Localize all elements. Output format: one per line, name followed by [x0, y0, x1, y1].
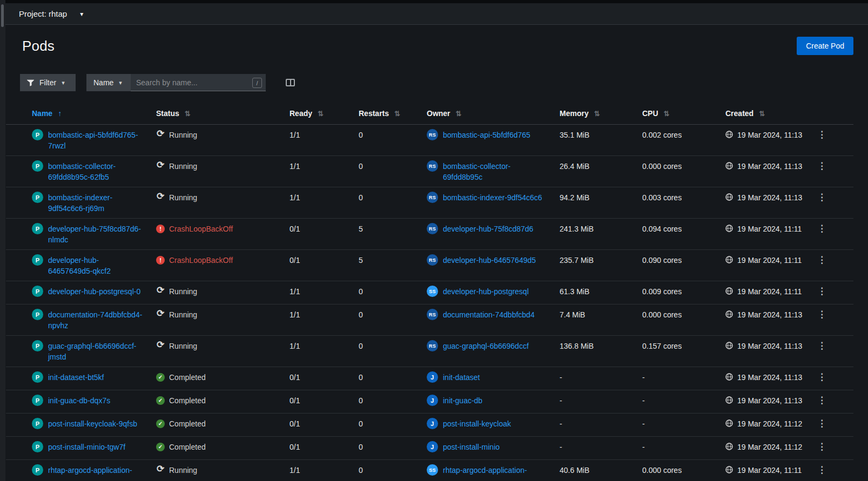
pod-name-link[interactable]: bombastic-collector-69fdd8b95c-62fb5 [48, 161, 143, 182]
owner-link[interactable]: developer-hub-postgresql [443, 286, 547, 297]
kebab-menu-button[interactable]: ⋮ [804, 130, 832, 140]
pod-restart-count: 0 [359, 418, 427, 429]
kebab-menu-button[interactable]: ⋮ [804, 287, 832, 296]
owner-link[interactable]: documentation-74dbbfcbd4 [443, 309, 547, 320]
sort-icon: ⇅ [185, 110, 191, 118]
pod-ready-count: 0/1 [290, 372, 359, 383]
table-row: P post-install-minio-tgw7f ✓ Completed 0… [6, 437, 853, 460]
pod-name-link[interactable]: developer-hub-75f8cd87d6-nlmdc [48, 223, 143, 245]
pod-status-text: Running [169, 130, 197, 140]
owner-link[interactable]: developer-hub-75f8cd87d6 [443, 223, 547, 234]
pod-memory: - [560, 372, 642, 383]
create-pod-button[interactable]: Create Pod [797, 37, 853, 55]
pod-restart-count: 0 [359, 192, 427, 203]
pod-status-icon: ⟳ [156, 309, 165, 318]
sort-icon: ⇅ [394, 110, 400, 118]
created-timestamp: 19 Mar 2024, 11:13 [737, 192, 802, 203]
owner-link[interactable]: developer-hub-64657649d5 [443, 255, 547, 266]
owner-link[interactable]: bombastic-collector-69fdd8b95c [443, 161, 547, 182]
filter-toolbar: Filter ▾ Name ▾ / [20, 74, 853, 91]
created-timestamp: 19 Mar 2024, 11:11 [737, 255, 802, 266]
pod-restart-count: 0 [359, 309, 427, 320]
kebab-menu-button[interactable]: ⋮ [804, 372, 832, 382]
kebab-menu-button[interactable]: ⋮ [804, 396, 832, 405]
kebab-menu-button[interactable]: ⋮ [804, 341, 832, 351]
pod-created: 19 Mar 2024, 11:13 [725, 130, 804, 140]
kebab-menu-button[interactable]: ⋮ [804, 193, 832, 202]
sort-icon: ⇅ [759, 110, 765, 118]
pod-memory: 26.4 MiB [560, 161, 642, 172]
pod-created: 19 Mar 2024, 11:13 [725, 372, 804, 383]
pod-restart-count: 0 [359, 442, 427, 452]
owner-link[interactable]: guac-graphql-6b6696dccf [443, 341, 547, 351]
globe-icon [725, 310, 733, 318]
owner-link[interactable]: post-install-keycloak [443, 418, 547, 429]
owner-link[interactable]: bombastic-api-5bfdf6d765 [443, 130, 547, 140]
search-attribute-label: Name [93, 78, 113, 87]
pod-name-link[interactable]: bombastic-indexer-9df54c6c6-rj69m [48, 192, 143, 214]
pod-name-link[interactable]: init-dataset-bt5kf [48, 372, 143, 383]
column-header-owner[interactable]: Owner ⇅ [427, 109, 560, 118]
page-scrollbar[interactable] [0, 0, 5, 481]
kebab-menu-button[interactable]: ⋮ [804, 224, 832, 234]
pod-name-link[interactable]: init-guac-db-dqx7s [48, 395, 143, 406]
pod-badge: P [32, 254, 43, 266]
column-header-created[interactable]: Created ⇅ [725, 109, 804, 118]
kebab-menu-button[interactable]: ⋮ [804, 419, 832, 429]
scrollbar-thumb[interactable] [1, 4, 4, 27]
pod-restart-count: 5 [359, 255, 427, 266]
kebab-menu-button[interactable]: ⋮ [804, 465, 832, 475]
pod-restart-count: 0 [359, 465, 427, 476]
pod-status-text: Completed [169, 372, 206, 383]
kebab-menu-button[interactable]: ⋮ [804, 310, 832, 320]
owner-link[interactable]: post-install-minio [443, 442, 547, 452]
column-header-name[interactable]: Name ↑ [32, 109, 156, 118]
filter-dropdown[interactable]: Filter ▾ [20, 74, 76, 91]
pod-name-link[interactable]: documentation-74dbbfcbd4-npvhz [48, 309, 143, 331]
pod-name-link[interactable]: post-install-minio-tgw7f [48, 442, 143, 452]
pod-name-link[interactable]: rhtap-argocd-application- [48, 465, 143, 476]
column-header-status[interactable]: Status ⇅ [156, 109, 290, 118]
kebab-menu-button[interactable]: ⋮ [804, 161, 832, 171]
column-header-cpu[interactable]: CPU ⇅ [642, 109, 725, 118]
pod-name-link[interactable]: developer-hub-64657649d5-qkcf2 [48, 255, 143, 276]
pod-memory: 136.8 MiB [560, 341, 642, 351]
pod-ready-count: 1/1 [290, 309, 359, 320]
owner-link[interactable]: init-guac-db [443, 395, 547, 406]
pod-status-text: CrashLoopBackOff [169, 223, 233, 234]
globe-icon [725, 162, 733, 170]
pod-memory: 241.3 MiB [560, 223, 642, 234]
owner-link[interactable]: rhtap-argocd-application- [443, 465, 547, 476]
pod-memory: 94.2 MiB [560, 192, 642, 203]
kebab-menu-button[interactable]: ⋮ [804, 255, 832, 265]
owner-badge: RS [427, 129, 438, 140]
pod-cpu: 0.090 cores [642, 255, 725, 266]
column-header-restarts[interactable]: Restarts ⇅ [359, 109, 427, 118]
column-header-ready[interactable]: Ready ⇅ [290, 109, 359, 118]
pod-name-link[interactable]: guac-graphql-6b6696dccf-jmstd [48, 341, 143, 362]
pod-ready-count: 1/1 [290, 130, 359, 140]
pod-badge: P [32, 464, 43, 476]
owner-badge: J [427, 371, 438, 383]
table-row: P guac-graphql-6b6696dccf-jmstd ⟳ Runnin… [6, 336, 853, 367]
slash-shortcut-badge: / [252, 78, 262, 88]
search-input[interactable] [131, 74, 266, 91]
owner-link[interactable]: init-dataset [443, 372, 547, 383]
owner-badge: J [427, 395, 438, 406]
globe-icon [725, 256, 733, 263]
pod-badge: P [32, 340, 43, 351]
pod-name-link[interactable]: post-install-keycloak-9qfsb [48, 418, 143, 429]
owner-link[interactable]: bombastic-indexer-9df54c6c6 [443, 192, 547, 203]
project-selector-label: Project: rhtap [19, 9, 67, 18]
pod-created: 19 Mar 2024, 11:13 [725, 395, 804, 406]
kebab-menu-button[interactable]: ⋮ [804, 442, 832, 452]
pod-status-text: CrashLoopBackOff [169, 255, 233, 266]
search-attribute-dropdown[interactable]: Name ▾ [86, 74, 131, 91]
project-selector-dropdown[interactable]: Project: rhtap ▾ [19, 9, 83, 18]
pod-created: 19 Mar 2024, 11:12 [725, 418, 804, 429]
pod-name-link[interactable]: developer-hub-postgresql-0 [48, 286, 143, 297]
column-header-memory[interactable]: Memory ⇅ [560, 109, 642, 118]
column-management-icon[interactable] [286, 79, 295, 86]
pod-name-link[interactable]: bombastic-api-5bfdf6d765-7rwzl [48, 130, 143, 151]
pod-status-icon: ✓ [156, 443, 165, 451]
